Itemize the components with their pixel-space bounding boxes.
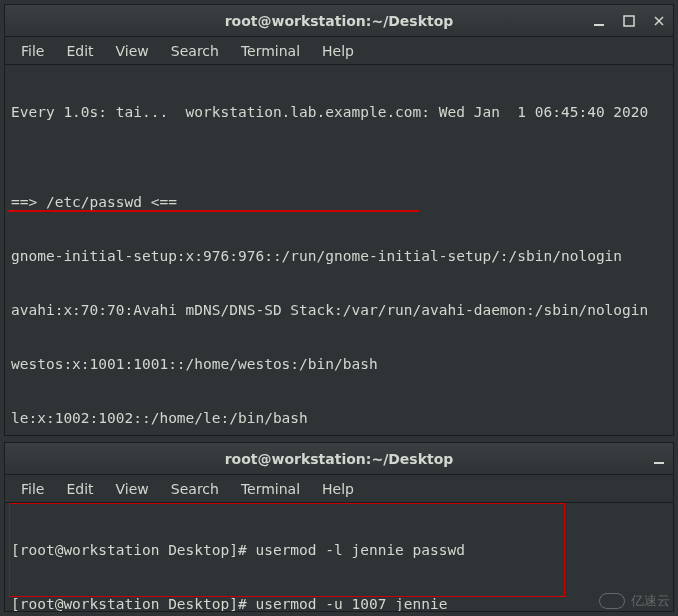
window-title: root@workstation:~/Desktop bbox=[5, 13, 673, 29]
window-controls bbox=[591, 13, 667, 29]
highlight-box bbox=[9, 503, 565, 597]
titlebar-top[interactable]: root@workstation:~/Desktop bbox=[5, 5, 673, 37]
menu-help[interactable]: Help bbox=[312, 477, 364, 501]
prompt: [root@workstation Desktop]# bbox=[11, 596, 255, 611]
terminal-output-top[interactable]: Every 1.0s: tai... workstation.lab.examp… bbox=[5, 65, 673, 435]
menubar-top: File Edit View Search Terminal Help bbox=[5, 37, 673, 65]
menu-file[interactable]: File bbox=[11, 39, 54, 63]
output-line: Every 1.0s: tai... workstation.lab.examp… bbox=[11, 103, 669, 121]
window-controls bbox=[651, 451, 667, 467]
output-line: ==> /etc/passwd <== bbox=[11, 193, 669, 211]
terminal-output-bottom[interactable]: [root@workstation Desktop]# usermod -l j… bbox=[5, 503, 673, 611]
minimize-icon[interactable] bbox=[651, 451, 667, 467]
menu-edit[interactable]: Edit bbox=[56, 477, 103, 501]
window-title: root@workstation:~/Desktop bbox=[5, 451, 673, 467]
maximize-icon[interactable] bbox=[621, 13, 637, 29]
menu-edit[interactable]: Edit bbox=[56, 39, 103, 63]
menu-view[interactable]: View bbox=[106, 477, 159, 501]
svg-rect-1 bbox=[624, 16, 634, 26]
terminal-window-top: root@workstation:~/Desktop File Edit Vie… bbox=[4, 4, 674, 436]
menu-search[interactable]: Search bbox=[161, 39, 229, 63]
svg-rect-0 bbox=[594, 24, 604, 26]
menu-view[interactable]: View bbox=[106, 39, 159, 63]
prompt-line: [root@workstation Desktop]# usermod -u 1… bbox=[11, 595, 669, 611]
svg-rect-4 bbox=[654, 462, 664, 464]
menu-search[interactable]: Search bbox=[161, 477, 229, 501]
output-line: avahi:x:70:70:Avahi mDNS/DNS-SD Stack:/v… bbox=[11, 301, 669, 319]
menubar-bottom: File Edit View Search Terminal Help bbox=[5, 475, 673, 503]
minimize-icon[interactable] bbox=[591, 13, 607, 29]
menu-terminal[interactable]: Terminal bbox=[231, 477, 310, 501]
menu-file[interactable]: File bbox=[11, 477, 54, 501]
output-line: westos:x:1001:1001::/home/westos:/bin/ba… bbox=[11, 355, 669, 373]
output-line: gnome-initial-setup:x:976:976::/run/gnom… bbox=[11, 247, 669, 265]
highlight-underline bbox=[7, 210, 419, 212]
terminal-window-bottom: root@workstation:~/Desktop File Edit Vie… bbox=[4, 442, 674, 612]
titlebar-bottom[interactable]: root@workstation:~/Desktop bbox=[5, 443, 673, 475]
command: usermod -u 1007 jennie bbox=[255, 596, 447, 611]
menu-terminal[interactable]: Terminal bbox=[231, 39, 310, 63]
output-line: le:x:1002:1002::/home/le:/bin/bash bbox=[11, 409, 669, 427]
menu-help[interactable]: Help bbox=[312, 39, 364, 63]
close-icon[interactable] bbox=[651, 13, 667, 29]
